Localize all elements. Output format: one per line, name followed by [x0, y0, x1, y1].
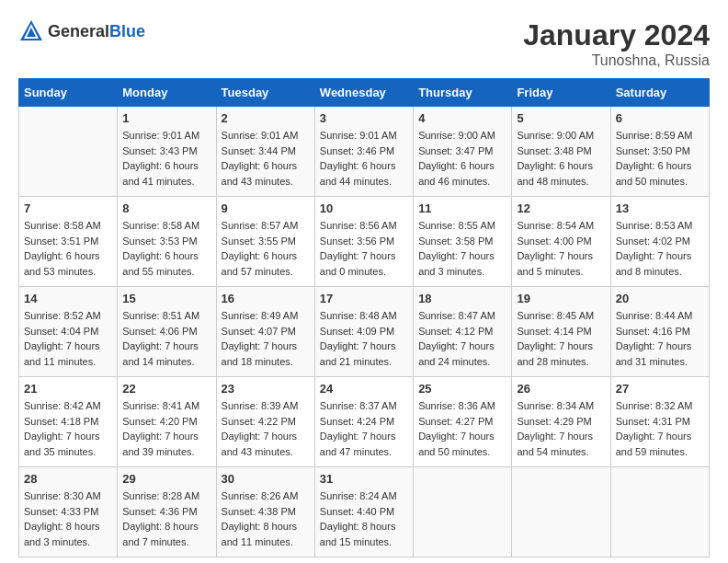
day-info: Sunrise: 8:53 AMSunset: 4:02 PMDaylight:… [616, 218, 704, 279]
col-thursday: Thursday [414, 79, 512, 107]
day-info: Sunrise: 9:01 AMSunset: 3:46 PMDaylight:… [320, 128, 408, 189]
day-number: 21 [24, 382, 112, 396]
day-info: Sunrise: 8:59 AMSunset: 3:50 PMDaylight:… [616, 128, 704, 189]
day-number: 14 [24, 292, 112, 305]
day-number: 9 [222, 201, 310, 215]
day-number: 29 [122, 472, 210, 486]
day-info: Sunrise: 8:47 AMSunset: 4:12 PMDaylight:… [418, 308, 506, 369]
calendar-row-2: 7Sunrise: 8:58 AMSunset: 3:51 PMDaylight… [19, 197, 710, 287]
cell-week1-day6: 6Sunrise: 8:59 AMSunset: 3:50 PMDaylight… [610, 107, 709, 197]
cell-week5-day5 [512, 467, 610, 557]
col-saturday: Saturday [610, 79, 709, 107]
day-number: 19 [517, 292, 605, 305]
day-info: Sunrise: 8:26 AMSunset: 4:38 PMDaylight:… [222, 488, 310, 549]
day-number: 17 [320, 292, 408, 305]
day-info: Sunrise: 8:44 AMSunset: 4:16 PMDaylight:… [616, 308, 704, 369]
day-number: 2 [222, 111, 310, 125]
cell-week2-day3: 10Sunrise: 8:56 AMSunset: 3:56 PMDayligh… [314, 197, 413, 287]
day-number: 27 [616, 382, 704, 396]
day-number: 31 [320, 472, 408, 486]
cell-week4-day1: 22Sunrise: 8:41 AMSunset: 4:20 PMDayligh… [118, 377, 216, 467]
day-number: 1 [122, 111, 210, 125]
cell-week3-day5: 19Sunrise: 8:45 AMSunset: 4:14 PMDayligh… [512, 287, 610, 377]
cell-week4-day3: 24Sunrise: 8:37 AMSunset: 4:24 PMDayligh… [314, 377, 413, 467]
day-number: 5 [517, 111, 605, 125]
day-number: 30 [222, 472, 310, 486]
day-number: 28 [24, 472, 112, 486]
day-info: Sunrise: 9:00 AMSunset: 3:48 PMDaylight:… [517, 128, 605, 189]
cell-week1-day1: 1Sunrise: 9:01 AMSunset: 3:43 PMDaylight… [118, 107, 216, 197]
location: Tunoshna, Russia [523, 52, 710, 69]
cell-week4-day2: 23Sunrise: 8:39 AMSunset: 4:22 PMDayligh… [216, 377, 314, 467]
cell-week2-day1: 8Sunrise: 8:58 AMSunset: 3:53 PMDaylight… [118, 197, 216, 287]
cell-week5-day1: 29Sunrise: 8:28 AMSunset: 4:36 PMDayligh… [118, 467, 216, 557]
cell-week1-day4: 4Sunrise: 9:00 AMSunset: 3:47 PMDaylight… [414, 107, 512, 197]
day-info: Sunrise: 8:32 AMSunset: 4:31 PMDaylight:… [616, 398, 704, 459]
col-sunday: Sunday [19, 79, 118, 107]
day-number: 18 [418, 292, 506, 305]
cell-week1-day5: 5Sunrise: 9:00 AMSunset: 3:48 PMDaylight… [512, 107, 610, 197]
day-info: Sunrise: 8:55 AMSunset: 3:58 PMDaylight:… [418, 218, 506, 279]
day-info: Sunrise: 8:28 AMSunset: 4:36 PMDaylight:… [122, 488, 210, 549]
day-info: Sunrise: 8:57 AMSunset: 3:55 PMDaylight:… [222, 218, 310, 279]
cell-week4-day5: 26Sunrise: 8:34 AMSunset: 4:29 PMDayligh… [512, 377, 610, 467]
cell-week5-day0: 28Sunrise: 8:30 AMSunset: 4:33 PMDayligh… [19, 467, 118, 557]
day-number: 3 [320, 111, 408, 125]
day-number: 15 [122, 292, 210, 305]
cell-week3-day6: 20Sunrise: 8:44 AMSunset: 4:16 PMDayligh… [610, 287, 709, 377]
day-info: Sunrise: 8:58 AMSunset: 3:51 PMDaylight:… [24, 218, 112, 279]
day-info: Sunrise: 8:56 AMSunset: 3:56 PMDaylight:… [320, 218, 408, 279]
day-info: Sunrise: 8:42 AMSunset: 4:18 PMDaylight:… [24, 398, 112, 459]
cell-week1-day2: 2Sunrise: 9:01 AMSunset: 3:44 PMDaylight… [216, 107, 314, 197]
logo-icon [18, 18, 44, 44]
cell-week2-day4: 11Sunrise: 8:55 AMSunset: 3:58 PMDayligh… [414, 197, 512, 287]
calendar-row-5: 28Sunrise: 8:30 AMSunset: 4:33 PMDayligh… [19, 467, 710, 557]
col-wednesday: Wednesday [314, 79, 413, 107]
col-tuesday: Tuesday [216, 79, 314, 107]
day-info: Sunrise: 8:41 AMSunset: 4:20 PMDaylight:… [122, 398, 210, 459]
col-monday: Monday [118, 79, 216, 107]
col-friday: Friday [512, 79, 610, 107]
title-block: January 2024 Tunoshna, Russia [523, 18, 710, 69]
header-row: Sunday Monday Tuesday Wednesday Thursday… [19, 79, 710, 107]
day-number: 10 [320, 201, 408, 215]
day-info: Sunrise: 9:01 AMSunset: 3:44 PMDaylight:… [222, 128, 310, 189]
logo-text-blue: Blue [109, 22, 145, 40]
cell-week3-day3: 17Sunrise: 8:48 AMSunset: 4:09 PMDayligh… [314, 287, 413, 377]
cell-week4-day0: 21Sunrise: 8:42 AMSunset: 4:18 PMDayligh… [19, 377, 118, 467]
day-number: 26 [517, 382, 605, 396]
day-number: 11 [418, 201, 506, 215]
day-info: Sunrise: 8:54 AMSunset: 4:00 PMDaylight:… [517, 218, 605, 279]
cell-week5-day3: 31Sunrise: 8:24 AMSunset: 4:40 PMDayligh… [314, 467, 413, 557]
logo: GeneralBlue [18, 18, 145, 44]
day-info: Sunrise: 8:51 AMSunset: 4:06 PMDaylight:… [122, 308, 210, 369]
day-number: 6 [616, 111, 704, 125]
cell-week5-day4 [414, 467, 512, 557]
cell-week3-day0: 14Sunrise: 8:52 AMSunset: 4:04 PMDayligh… [19, 287, 118, 377]
cell-week4-day4: 25Sunrise: 8:36 AMSunset: 4:27 PMDayligh… [414, 377, 512, 467]
day-info: Sunrise: 8:30 AMSunset: 4:33 PMDaylight:… [24, 488, 112, 549]
day-number: 24 [320, 382, 408, 396]
calendar-table: Sunday Monday Tuesday Wednesday Thursday… [18, 78, 710, 557]
month-title: January 2024 [523, 18, 710, 52]
day-info: Sunrise: 9:00 AMSunset: 3:47 PMDaylight:… [418, 128, 506, 189]
cell-week2-day2: 9Sunrise: 8:57 AMSunset: 3:55 PMDaylight… [216, 197, 314, 287]
day-info: Sunrise: 8:58 AMSunset: 3:53 PMDaylight:… [122, 218, 210, 279]
cell-week1-day0 [19, 107, 118, 197]
day-info: Sunrise: 8:39 AMSunset: 4:22 PMDaylight:… [222, 398, 310, 459]
calendar-row-3: 14Sunrise: 8:52 AMSunset: 4:04 PMDayligh… [19, 287, 710, 377]
day-number: 13 [616, 201, 704, 215]
day-info: Sunrise: 8:49 AMSunset: 4:07 PMDaylight:… [222, 308, 310, 369]
cell-week4-day6: 27Sunrise: 8:32 AMSunset: 4:31 PMDayligh… [610, 377, 709, 467]
day-info: Sunrise: 8:24 AMSunset: 4:40 PMDaylight:… [320, 488, 408, 549]
day-info: Sunrise: 8:34 AMSunset: 4:29 PMDaylight:… [517, 398, 605, 459]
day-number: 12 [517, 201, 605, 215]
day-info: Sunrise: 8:45 AMSunset: 4:14 PMDaylight:… [517, 308, 605, 369]
day-number: 20 [616, 292, 704, 305]
cell-week2-day0: 7Sunrise: 8:58 AMSunset: 3:51 PMDaylight… [19, 197, 118, 287]
cell-week2-day5: 12Sunrise: 8:54 AMSunset: 4:00 PMDayligh… [512, 197, 610, 287]
calendar-header: Sunday Monday Tuesday Wednesday Thursday… [19, 79, 710, 107]
cell-week5-day6 [610, 467, 709, 557]
day-number: 7 [24, 201, 112, 215]
day-info: Sunrise: 8:48 AMSunset: 4:09 PMDaylight:… [320, 308, 408, 369]
